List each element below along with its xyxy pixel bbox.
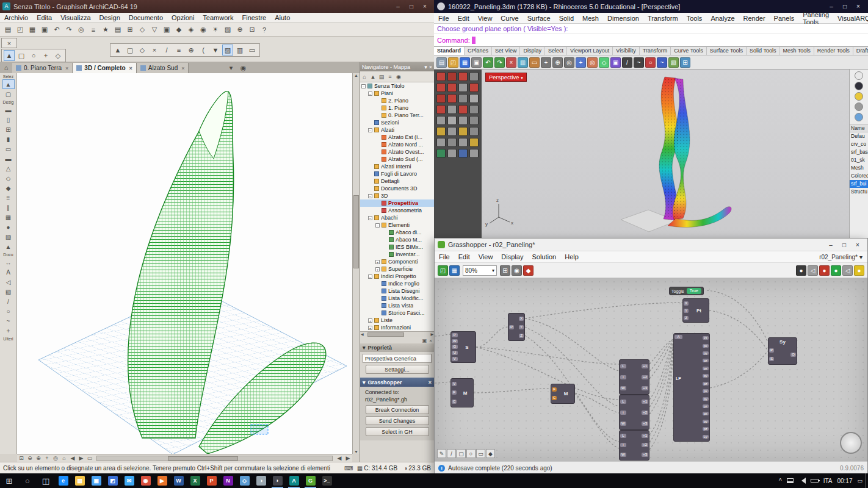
input-port[interactable]: L bbox=[620, 400, 626, 404]
sidebar-tool-icon[interactable] bbox=[447, 149, 457, 158]
output-port[interactable]: Y bbox=[519, 325, 524, 329]
menu-item[interactable]: Paneling Tools bbox=[798, 11, 833, 26]
output-port[interactable]: +1 bbox=[642, 434, 648, 438]
3d-cutaway-icon[interactable]: ▨ bbox=[222, 45, 233, 56]
input-port[interactable]: V bbox=[452, 357, 458, 361]
toolbar-tab[interactable]: Select bbox=[545, 47, 567, 55]
output-port[interactable]: pz bbox=[703, 404, 709, 408]
menu-item[interactable]: Edit bbox=[454, 253, 474, 260]
tree-item[interactable]: Lista Disegni bbox=[360, 287, 434, 295]
scroll-right-icon[interactable]: ▶ bbox=[430, 332, 433, 336]
output-port[interactable]: +3 bbox=[642, 386, 648, 390]
battery-icon[interactable] bbox=[811, 479, 819, 483]
sidebar-tool-icon[interactable] bbox=[469, 72, 479, 81]
sidebar-tool-icon[interactable] bbox=[436, 83, 446, 92]
expand-collapse-icon[interactable] bbox=[375, 209, 380, 213]
window-tool-icon[interactable]: ⊞ bbox=[2, 124, 15, 134]
view-name-field[interactable]: Prospettiva Generica bbox=[363, 354, 432, 363]
redo-icon[interactable]: ↷ bbox=[63, 24, 74, 35]
menu-item[interactable]: Visualizza bbox=[56, 14, 95, 21]
rotate-view-icon[interactable]: ◎ bbox=[564, 57, 574, 68]
tree-item[interactable]: + Liste bbox=[360, 317, 434, 324]
wire-paint-icon[interactable]: ◆ bbox=[523, 265, 533, 276]
new-document-icon[interactable]: ▤ bbox=[2, 24, 13, 35]
sketch-eraser-icon[interactable]: ▭ bbox=[476, 449, 485, 458]
output-port[interactable]: +1 bbox=[642, 400, 648, 404]
tree-item[interactable]: Abaco di... bbox=[360, 229, 434, 236]
expand-collapse-icon[interactable] bbox=[368, 179, 372, 184]
expand-collapse-icon[interactable]: + bbox=[368, 318, 372, 323]
menu-item[interactable]: Render bbox=[739, 15, 770, 22]
expand-collapse-icon[interactable]: + bbox=[375, 267, 380, 271]
scroll-right-icon[interactable]: ▶ bbox=[344, 454, 352, 462]
tag-icon[interactable]: ◁ bbox=[842, 265, 853, 276]
wall-tool-icon[interactable]: ▬ bbox=[2, 105, 15, 115]
layer-row[interactable]: Mesh bbox=[850, 164, 868, 172]
expand-collapse-icon[interactable]: − bbox=[368, 216, 372, 220]
expand-collapse-icon[interactable]: − bbox=[368, 274, 372, 279]
zoom-out-icon[interactable]: ⊖ bbox=[26, 454, 34, 462]
print-icon[interactable]: ▣ bbox=[39, 24, 50, 35]
properties-section-header[interactable]: ▾ Proprietà bbox=[360, 343, 434, 352]
task-view-icon[interactable]: ◫ bbox=[37, 473, 55, 488]
start-button[interactable]: ⊞ bbox=[0, 473, 18, 488]
expand-collapse-icon[interactable] bbox=[383, 238, 387, 242]
sketch-pencil-icon[interactable]: ✎ bbox=[437, 449, 446, 458]
tree-item[interactable]: Alzato Ovest... bbox=[360, 148, 434, 156]
display-mode-icon[interactable] bbox=[855, 92, 863, 101]
map-view-icon[interactable]: ▤ bbox=[377, 73, 386, 81]
toolbar-tab[interactable]: Solid Tools bbox=[747, 47, 779, 55]
expand-collapse-icon[interactable] bbox=[375, 304, 380, 308]
tree-item[interactable]: + Componenti bbox=[360, 258, 434, 265]
grasshopper-titlebar[interactable]: Grasshopper - r02_Paneling* – □ × bbox=[435, 239, 867, 251]
tree-item[interactable]: Sezioni bbox=[360, 119, 434, 126]
favorites-icon[interactable]: ★ bbox=[100, 24, 111, 35]
zoom-in-icon[interactable]: ⊕ bbox=[34, 454, 43, 462]
sun-study-icon[interactable]: ☀ bbox=[210, 24, 221, 35]
input-port[interactable]: F bbox=[552, 387, 557, 392]
sketch-circle-icon[interactable]: ○ bbox=[466, 449, 476, 458]
menu-item[interactable]: Transform bbox=[643, 15, 682, 22]
sidebar-tool-icon[interactable] bbox=[469, 116, 479, 125]
expand-collapse-icon[interactable] bbox=[375, 201, 380, 206]
menu-item[interactable]: Solution bbox=[527, 253, 560, 260]
toolbar-tab[interactable]: Set View bbox=[492, 47, 520, 55]
camera-icon[interactable]: ◉ bbox=[198, 24, 209, 35]
clock[interactable]: 00:17 bbox=[837, 478, 852, 484]
input-port[interactable]: P bbox=[769, 348, 774, 353]
zoom-tool-icon[interactable]: ⊕ bbox=[234, 24, 245, 35]
output-port[interactable]: S bbox=[458, 332, 476, 362]
point-list-parameters-node[interactable]: A LP PtpxpypzpxpypzpxpypzpxpypzLy bbox=[673, 333, 710, 442]
pin-icon[interactable]: ◉ bbox=[394, 73, 403, 81]
output-port[interactable]: py bbox=[703, 351, 709, 355]
output-port[interactable]: +2 bbox=[642, 443, 648, 447]
zoom-select[interactable]: 80% ▾ bbox=[463, 265, 497, 276]
selection-marquee[interactable] bbox=[251, 425, 268, 434]
minimize-icon[interactable]: – bbox=[824, 242, 837, 248]
sketch-line-icon[interactable]: / bbox=[447, 449, 456, 458]
sidebar-tool-icon[interactable] bbox=[469, 94, 479, 103]
surface-icon[interactable]: ▧ bbox=[668, 57, 679, 68]
expand-collapse-icon[interactable] bbox=[375, 99, 380, 103]
stair-tool-icon[interactable]: ≡ bbox=[2, 193, 15, 203]
sidebar-tool-icon[interactable] bbox=[447, 94, 457, 103]
menu-item[interactable]: Mesh bbox=[578, 15, 603, 22]
menu-item[interactable]: Teamwork bbox=[198, 14, 237, 21]
output-port[interactable]: pz bbox=[703, 382, 709, 386]
stack-data-node[interactable]: LiW +1+2+3 bbox=[619, 359, 649, 395]
menu-item[interactable]: Panels bbox=[770, 15, 799, 22]
quick-select-icon[interactable]: + bbox=[40, 50, 51, 61]
menu-item[interactable]: Solid bbox=[555, 15, 578, 22]
output-port[interactable]: px bbox=[703, 389, 709, 393]
show-all-icon[interactable]: ⊡ bbox=[17, 454, 26, 462]
sidebar-tool-icon[interactable] bbox=[447, 116, 457, 125]
output-port[interactable]: +1 bbox=[642, 364, 648, 368]
tree-item[interactable]: 0. Piano Terr... bbox=[360, 112, 434, 119]
marquee-mode-icon[interactable]: ▢ bbox=[125, 45, 136, 56]
marquee-select-icon[interactable]: ▢ bbox=[16, 50, 27, 61]
output-port[interactable]: M bbox=[557, 384, 574, 403]
viewport-horizontal-scrollbar[interactable] bbox=[96, 456, 333, 461]
output-port[interactable]: +3 bbox=[642, 422, 648, 426]
menu-item[interactable]: Help bbox=[560, 253, 583, 260]
gravity-icon[interactable]: ▽ bbox=[149, 24, 160, 35]
